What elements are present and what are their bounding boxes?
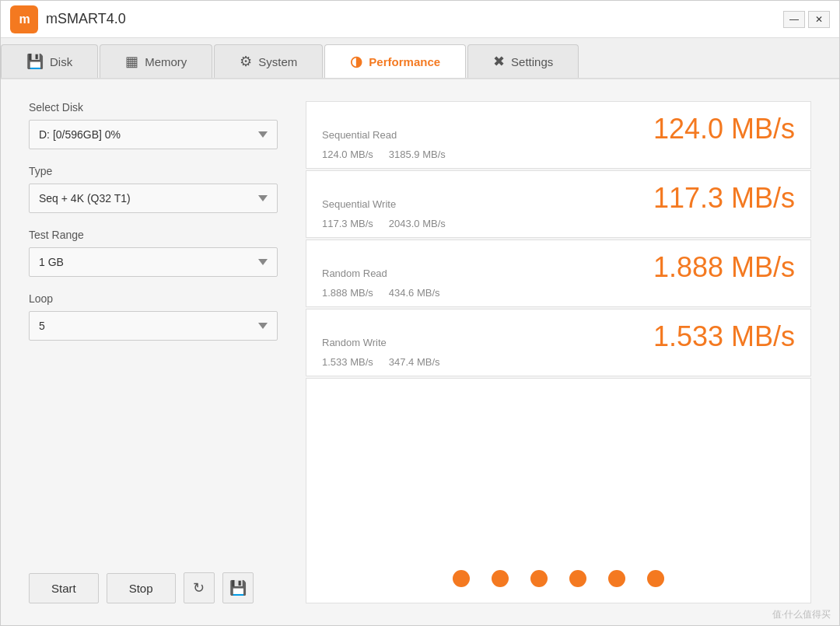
tab-performance-label: Performance xyxy=(369,55,440,68)
loop-dropdown[interactable]: 5 xyxy=(29,311,278,341)
select-disk-label: Select Disk xyxy=(29,101,278,114)
minimize-button[interactable]: — xyxy=(783,11,805,28)
metric-sub1-0: 124.0 MB/s xyxy=(322,149,373,160)
metric-label-2: Random Read xyxy=(322,268,387,279)
app-logo: m xyxy=(10,5,38,33)
metric-sub-0: 124.0 MB/s 3185.9 MB/s xyxy=(322,149,795,160)
save-button[interactable]: 💾 xyxy=(222,572,254,603)
dot-1 xyxy=(492,570,509,587)
watermark: 值·什么值得买 xyxy=(772,608,831,621)
metric-card-2: Random Read 1.888 MB/s 1.888 MB/s 434.6 … xyxy=(306,240,811,307)
dot-4 xyxy=(608,570,625,587)
metric-sub1-3: 1.533 MB/s xyxy=(322,356,373,368)
type-dropdown[interactable]: Seq + 4K (Q32 T1) xyxy=(29,184,278,213)
metric-card-0: Sequential Read 124.0 MB/s 124.0 MB/s 31… xyxy=(306,101,811,169)
metric-card-3: Random Write 1.533 MB/s 1.533 MB/s 347.4… xyxy=(306,309,811,376)
action-buttons: Start Stop ↻ 💾 xyxy=(29,572,278,603)
tab-memory[interactable]: ▦ Memory xyxy=(100,44,212,78)
refresh-button[interactable]: ↻ xyxy=(184,572,215,603)
metric-label-3: Random Write xyxy=(322,337,387,348)
metric-sub2-2: 434.6 MB/s xyxy=(389,287,440,299)
dot-2 xyxy=(530,570,548,587)
dots-card xyxy=(306,378,811,603)
metric-sub2-1: 2043.0 MB/s xyxy=(389,218,446,229)
stop-button[interactable]: Stop xyxy=(107,573,176,603)
metric-top-3: Random Write 1.533 MB/s xyxy=(322,320,795,353)
metric-sub2-3: 347.4 MB/s xyxy=(389,356,440,368)
select-disk-dropdown[interactable]: D: [0/596GB] 0% xyxy=(29,120,278,149)
start-button[interactable]: Start xyxy=(29,573,99,603)
metric-value-2: 1.888 MB/s xyxy=(653,251,795,284)
dot-3 xyxy=(569,570,586,587)
loop-label: Loop xyxy=(29,292,278,305)
tab-settings[interactable]: ✖ Settings xyxy=(467,44,579,78)
metric-sub-3: 1.533 MB/s 347.4 MB/s xyxy=(322,356,795,368)
tab-disk[interactable]: 💾 Disk xyxy=(1,44,98,78)
metric-top-0: Sequential Read 124.0 MB/s xyxy=(322,113,795,145)
type-label: Type xyxy=(29,165,278,177)
tab-system-label: System xyxy=(258,55,297,68)
test-range-dropdown[interactable]: 1 GB xyxy=(29,247,278,277)
test-range-group: Test Range 1 GB xyxy=(29,229,278,277)
metric-sub2-0: 3185.9 MB/s xyxy=(389,149,446,160)
app-title: mSMART4.0 xyxy=(46,11,783,27)
metric-label-1: Sequential Write xyxy=(322,198,396,210)
save-icon: 💾 xyxy=(229,579,247,596)
refresh-icon: ↻ xyxy=(193,579,205,596)
metric-sub-2: 1.888 MB/s 434.6 MB/s xyxy=(322,287,795,299)
metric-sub-1: 117.3 MB/s 2043.0 MB/s xyxy=(322,218,795,229)
metric-sub1-2: 1.888 MB/s xyxy=(322,287,373,299)
settings-icon: ✖ xyxy=(493,53,505,70)
metric-value-1: 117.3 MB/s xyxy=(653,182,795,215)
tab-performance[interactable]: ◑ Performance xyxy=(324,44,466,78)
tab-settings-label: Settings xyxy=(511,55,553,68)
metric-value-3: 1.533 MB/s xyxy=(653,320,795,353)
metric-sub1-1: 117.3 MB/s xyxy=(322,218,373,229)
main-window: m mSMART4.0 — ✕ 💾 Disk ▦ Memory ⚙ System… xyxy=(0,0,840,626)
type-group: Type Seq + 4K (Q32 T1) xyxy=(29,165,278,213)
metric-value-0: 124.0 MB/s xyxy=(653,113,795,145)
tab-system[interactable]: ⚙ System xyxy=(214,44,323,78)
close-button[interactable]: ✕ xyxy=(808,11,830,28)
window-controls: — ✕ xyxy=(783,11,830,28)
tab-bar: 💾 Disk ▦ Memory ⚙ System ◑ Performance ✖… xyxy=(1,38,839,79)
select-disk-group: Select Disk D: [0/596GB] 0% xyxy=(29,101,278,149)
dot-5 xyxy=(647,570,664,587)
left-panel: Select Disk D: [0/596GB] 0% Type Seq + 4… xyxy=(29,101,278,603)
tab-memory-label: Memory xyxy=(145,55,187,68)
metric-top-1: Sequential Write 117.3 MB/s xyxy=(322,182,795,215)
system-icon: ⚙ xyxy=(240,53,252,70)
metric-label-0: Sequential Read xyxy=(322,129,397,141)
content-area: Select Disk D: [0/596GB] 0% Type Seq + 4… xyxy=(1,79,839,625)
performance-icon: ◑ xyxy=(350,53,362,70)
loop-group: Loop 5 xyxy=(29,292,278,341)
metric-top-2: Random Read 1.888 MB/s xyxy=(322,251,795,284)
right-panel: Sequential Read 124.0 MB/s 124.0 MB/s 31… xyxy=(306,101,811,603)
memory-icon: ▦ xyxy=(125,53,138,70)
tab-disk-label: Disk xyxy=(50,55,72,68)
test-range-label: Test Range xyxy=(29,229,278,241)
metric-card-1: Sequential Write 117.3 MB/s 117.3 MB/s 2… xyxy=(306,170,811,238)
dot-0 xyxy=(453,570,470,587)
title-bar: m mSMART4.0 — ✕ xyxy=(1,1,839,38)
disk-icon: 💾 xyxy=(26,53,44,70)
